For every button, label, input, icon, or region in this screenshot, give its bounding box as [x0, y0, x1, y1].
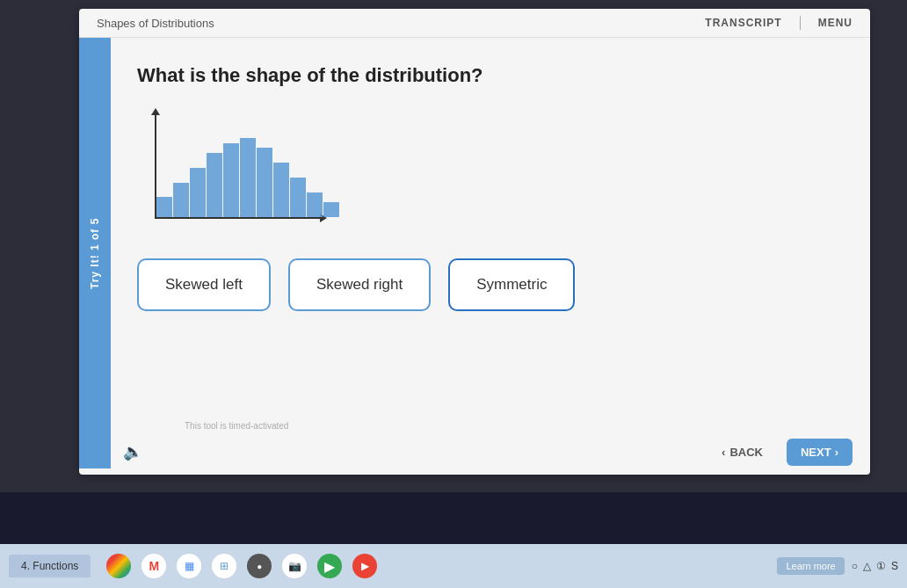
system-icon-circle: ○ — [852, 560, 858, 572]
bar-5 — [240, 138, 256, 217]
play-icon[interactable]: ▶ — [317, 554, 342, 578]
content-area: What is the shape of the distribution? S… — [111, 38, 870, 468]
menu-button[interactable]: MENU — [818, 17, 853, 29]
histogram-bars — [156, 138, 339, 217]
next-button[interactable]: NEXT › — [787, 439, 853, 466]
taskbar-icons: M ▦ ⊞ ● 📷 ▶ ▶ — [106, 554, 377, 578]
footer-note: This tool is timed-activated — [185, 421, 288, 431]
card-content: Try It! 1 of 5 What is the shape of the … — [79, 38, 870, 468]
bar-2 — [190, 168, 206, 217]
question-text: What is the shape of the distribution? — [137, 64, 835, 87]
x-axis — [155, 217, 322, 219]
bar-4 — [223, 143, 239, 217]
system-icons: ○ △ ① S — [852, 560, 898, 572]
main-content-card: Shapes of Distributions TRANSCRIPT MENU … — [79, 9, 870, 475]
gmail-icon[interactable]: M — [141, 554, 166, 578]
system-icon-info: ① — [876, 560, 886, 572]
chrome-icon[interactable] — [106, 554, 131, 578]
bottom-navigation: ‹ BACK NEXT › — [711, 439, 853, 466]
bar-8 — [290, 178, 306, 217]
histogram — [137, 109, 330, 232]
system-icon-s: S — [891, 560, 898, 572]
choice-skewed-left[interactable]: Skewed left — [137, 258, 271, 311]
bar-3 — [207, 153, 222, 217]
sidebar-label: Try It! 1 of 5 — [79, 38, 111, 468]
card-topbar: Shapes of Distributions TRANSCRIPT MENU — [79, 9, 870, 38]
dots-icon[interactable]: ● — [247, 554, 272, 578]
back-chevron-icon: ‹ — [722, 446, 725, 459]
choice-symmetric[interactable]: Symmetric — [448, 258, 575, 311]
bar-1 — [173, 183, 189, 217]
meet-icon[interactable]: 📷 — [282, 554, 307, 578]
taskbar-tab[interactable]: 4. Functions — [9, 555, 91, 577]
audio-button[interactable]: 🔈 — [123, 442, 142, 461]
system-icon-triangle: △ — [863, 560, 871, 572]
youtube-icon[interactable]: ▶ — [352, 554, 377, 578]
bar-9 — [307, 192, 323, 217]
learn-more-button[interactable]: Learn more — [777, 557, 844, 575]
bar-0 — [156, 197, 172, 217]
back-label: BACK — [729, 446, 763, 459]
taskbar: 4. Functions M ▦ ⊞ ● 📷 ▶ ▶ Learn more ○ … — [0, 544, 907, 588]
topbar-divider — [800, 16, 801, 30]
bar-7 — [273, 163, 289, 217]
taskbar-right: Learn more ○ △ ① S — [777, 557, 898, 575]
bar-6 — [257, 148, 272, 217]
files-icon[interactable]: ⊞ — [212, 554, 236, 578]
topbar-right: TRANSCRIPT MENU — [705, 16, 853, 30]
answer-choices: Skewed left Skewed right Symmetric — [137, 258, 835, 311]
bar-10 — [323, 202, 339, 217]
calendar-icon[interactable]: ▦ — [177, 554, 201, 578]
next-label: NEXT — [801, 446, 831, 459]
transcript-button[interactable]: TRANSCRIPT — [705, 17, 781, 29]
next-chevron-icon: › — [835, 446, 838, 459]
card-title: Shapes of Distributions — [97, 17, 214, 30]
choice-skewed-right[interactable]: Skewed right — [288, 258, 431, 311]
back-button[interactable]: ‹ BACK — [711, 440, 773, 464]
